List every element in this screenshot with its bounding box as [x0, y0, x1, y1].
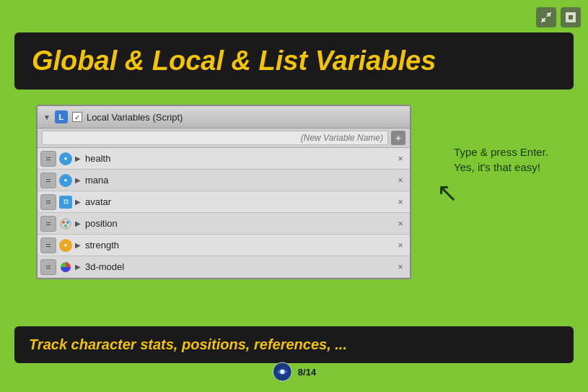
- remove-variable-button[interactable]: ×: [394, 239, 407, 252]
- tip-arrow-icon: ↙: [436, 179, 458, 209]
- bottom-bar: Track character stats, positions, refere…: [14, 326, 574, 363]
- equals-icon[interactable]: =: [40, 216, 56, 232]
- equals-icon[interactable]: =: [40, 259, 56, 275]
- variable-type-icon: ⊡: [59, 196, 72, 209]
- expand-arrow-icon: ▶: [75, 198, 81, 206]
- bottom-text: Track character stats, positions, refere…: [29, 336, 347, 352]
- svg-point-5: [64, 225, 67, 227]
- tip-container: Type & press Enter. Yes, it's that easy!: [454, 144, 548, 175]
- variable-type-icon: [59, 217, 72, 230]
- svg-point-4: [66, 221, 69, 224]
- variable-name: strength: [85, 240, 391, 251]
- add-variable-button[interactable]: +: [391, 131, 405, 145]
- variable-name: health: [85, 153, 391, 164]
- table-row: = ● ▶ health ×: [38, 148, 410, 170]
- new-variable-row: +: [38, 129, 410, 148]
- table-row: = ● ▶ strength ×: [38, 235, 410, 256]
- equals-icon[interactable]: =: [40, 194, 56, 210]
- variable-name: position: [85, 218, 391, 229]
- tip-line2: Yes, it's that easy!: [454, 160, 548, 175]
- expand-arrow-icon: ▶: [75, 241, 81, 249]
- remove-variable-button[interactable]: ×: [394, 196, 407, 209]
- expand-arrow-icon: ▶: [75, 219, 81, 227]
- expand-arrow-icon: ▶: [75, 263, 81, 271]
- variables-panel: ▼ L ✓ Local Variables (Script) + = ● ▶ h…: [36, 105, 411, 279]
- expand-button[interactable]: [536, 7, 556, 27]
- top-controls: [536, 7, 581, 27]
- logo-icon: [272, 362, 292, 382]
- variable-type-icon: ●: [59, 174, 72, 187]
- remove-variable-button[interactable]: ×: [394, 152, 407, 165]
- variable-type-icon: [59, 261, 72, 274]
- equals-icon[interactable]: =: [40, 238, 56, 253]
- new-variable-input[interactable]: [42, 131, 388, 145]
- panel-header: ▼ L ✓ Local Variables (Script): [38, 106, 410, 129]
- variable-name: avatar: [85, 196, 391, 207]
- remove-variable-button[interactable]: ×: [394, 174, 407, 187]
- table-row: = ● ▶ mana ×: [38, 170, 410, 191]
- title-bar: Global & Local & List Variables: [14, 32, 574, 90]
- table-row: = ▶ position ×: [38, 213, 410, 235]
- equals-icon[interactable]: =: [40, 173, 56, 188]
- svg-point-3: [62, 221, 65, 224]
- collapse-icon[interactable]: ▼: [43, 113, 51, 121]
- panel-checkbox[interactable]: ✓: [72, 112, 82, 122]
- page-title: Global & Local & List Variables: [32, 45, 436, 76]
- fullscreen-button[interactable]: [561, 7, 581, 27]
- svg-rect-1: [568, 14, 574, 20]
- expand-arrow-icon: ▶: [75, 154, 81, 162]
- variable-type-icon: ●: [59, 239, 72, 252]
- variable-type-icon: ●: [59, 152, 72, 165]
- expand-arrow-icon: ▶: [75, 176, 81, 184]
- svg-point-8: [280, 370, 284, 374]
- page-indicator: 8/14: [272, 362, 316, 382]
- check-icon: ✓: [74, 113, 80, 121]
- variable-name: 3d-model: [85, 261, 391, 272]
- remove-variable-button[interactable]: ×: [394, 261, 407, 274]
- remove-variable-button[interactable]: ×: [394, 217, 407, 230]
- page-number: 8/14: [298, 367, 316, 378]
- variable-name: mana: [85, 175, 391, 186]
- equals-icon[interactable]: =: [40, 151, 56, 167]
- local-badge: L: [55, 110, 68, 123]
- tip-line1: Type & press Enter.: [454, 144, 548, 160]
- table-row: = ⊡ ▶ avatar ×: [38, 191, 410, 213]
- table-row: = ▶ 3d-model ×: [38, 256, 410, 278]
- panel-title: Local Variables (Script): [87, 112, 183, 123]
